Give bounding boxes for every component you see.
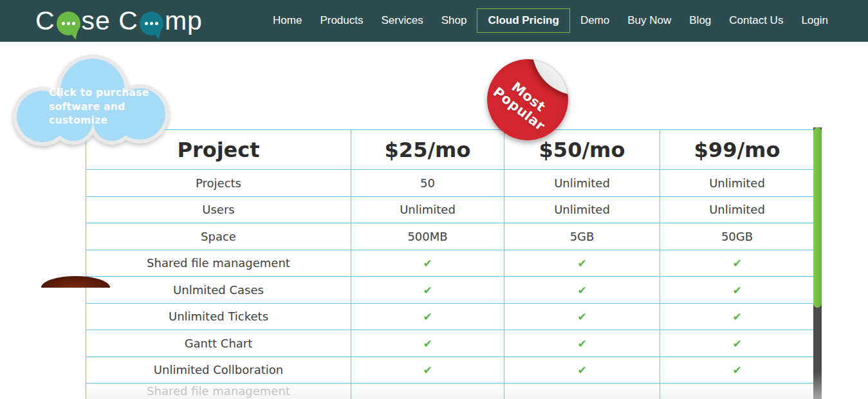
check-icon: ✔ (577, 257, 586, 270)
value-cell: Unlimited (660, 170, 815, 197)
check-icon: ✔ (732, 257, 741, 270)
nav-menu: Home Products Services Shop Cloud Pricin… (265, 8, 836, 33)
value-cell: 500MB (351, 223, 504, 250)
nav-item-home[interactable]: Home (265, 9, 309, 32)
table-scrollbar-thumb[interactable] (813, 127, 822, 308)
speech-bubble-icon (140, 12, 163, 35)
cloud-line-3: customize (49, 114, 149, 128)
table-row-space: Space 500MB 5GB 50GB (86, 223, 815, 250)
header-plan-25: $25/mo (351, 130, 504, 170)
value-cell: ✔ (504, 277, 660, 304)
check-icon: ✔ (423, 364, 432, 376)
check-icon: ✔ (577, 310, 586, 323)
nav-item-contact-us[interactable]: Contact Us (721, 9, 791, 32)
nav-item-buy-now[interactable]: Buy Now (620, 9, 679, 32)
nav-item-shop[interactable]: Shop (434, 9, 475, 32)
value-cell: ✔ (504, 303, 660, 330)
value-cell: ✔ (351, 303, 504, 330)
table-row-gantt-chart: Gantt Chart ✔ ✔ ✔ (86, 330, 815, 357)
feature-cell: Users (86, 196, 351, 223)
value-cell (660, 384, 815, 399)
nav-item-login[interactable]: Login (793, 9, 836, 32)
feature-cell: Shared file management (86, 250, 351, 277)
value-cell: ✔ (351, 277, 504, 304)
purchase-cloud-callout[interactable]: Click to purchase software and customize (9, 54, 171, 143)
feature-cell: Gantt Chart (86, 330, 351, 357)
feature-cell: Unlimited Tickets (86, 303, 351, 330)
table-row-projects: Projects 50 Unlimited Unlimited (86, 170, 815, 197)
cloud-line-2: software and (49, 100, 149, 115)
value-cell: ✔ (660, 330, 815, 357)
value-cell: ✔ (504, 330, 660, 357)
table-row-unlimited-collaboration: Unlimited Collboration ✔ ✔ ✔ (86, 357, 815, 384)
value-cell (504, 384, 660, 399)
pricing-table: Project $25/mo $50/mo $99/mo Projects 50… (86, 129, 815, 399)
value-cell: 50 (351, 170, 504, 197)
table-row-users: Users Unlimited Unlimited Unlimited (86, 196, 815, 223)
value-cell (351, 384, 504, 399)
nav-item-services[interactable]: Services (373, 9, 430, 32)
navbar: C se C mp Home Products Services Shop Cl… (0, 0, 868, 42)
logo-text-2: se C (82, 6, 138, 36)
check-icon: ✔ (577, 364, 586, 376)
most-popular-badge: Most Popular (487, 59, 568, 140)
sticker-circle: Most Popular (487, 59, 568, 140)
check-icon: ✔ (423, 257, 432, 270)
check-icon: ✔ (423, 337, 432, 350)
cloud-callout-text: Click to purchase software and customize (49, 86, 149, 128)
cloud-line-1: Click to purchase (49, 86, 149, 100)
check-icon: ✔ (732, 364, 741, 376)
logo-text-1: C (35, 6, 55, 36)
table-row-unlimited-cases: Unlmited Cases ✔ ✔ ✔ (86, 277, 815, 304)
check-icon: ✔ (577, 284, 586, 297)
feature-cell: Unlimited Collboration (86, 357, 351, 384)
speech-bubble-icon (57, 12, 80, 35)
check-icon: ✔ (732, 310, 741, 323)
value-cell: ✔ (660, 250, 815, 277)
check-icon: ✔ (732, 337, 741, 350)
value-cell: ✔ (351, 357, 504, 384)
nav-item-blog[interactable]: Blog (681, 9, 719, 32)
value-cell: Unlimited (504, 196, 660, 223)
value-cell: ✔ (351, 330, 504, 357)
nav-item-demo[interactable]: Demo (573, 9, 617, 32)
logo-text-3: mp (165, 6, 203, 36)
feature-cell: Space (86, 223, 351, 250)
value-cell: Unlimited (660, 196, 815, 223)
table-row-unlimited-tickets: Unlimited Tickets ✔ ✔ ✔ (86, 303, 815, 330)
table-row-shared-file-management: Shared file management ✔ ✔ ✔ (86, 250, 815, 277)
value-cell: ✔ (504, 357, 660, 384)
value-cell: ✔ (660, 303, 815, 330)
value-cell: ✔ (660, 357, 815, 384)
value-cell: ✔ (351, 250, 504, 277)
value-cell: 5GB (504, 223, 660, 250)
logo[interactable]: C se C mp (35, 6, 203, 36)
table-header-row: Project $25/mo $50/mo $99/mo (86, 130, 815, 170)
check-icon: ✔ (732, 284, 741, 297)
table-row-partial: Shared file management (86, 384, 815, 399)
feature-cell: Projects (86, 170, 351, 197)
nav-item-cloud-pricing[interactable]: Cloud Pricing (477, 8, 570, 33)
table-scrollbar-track[interactable] (813, 127, 822, 399)
nav-item-products[interactable]: Products (312, 9, 371, 32)
value-cell: Unlimited (504, 170, 660, 197)
value-cell: ✔ (504, 250, 660, 277)
check-icon: ✔ (423, 310, 432, 323)
value-cell: 50GB (660, 223, 815, 250)
value-cell: ✔ (660, 277, 815, 304)
check-icon: ✔ (423, 284, 432, 297)
feature-cell: Unlmited Cases (86, 277, 351, 304)
value-cell: Unlimited (351, 196, 504, 223)
header-plan-99: $99/mo (660, 130, 815, 170)
feature-cell: Shared file management (86, 384, 351, 399)
check-icon: ✔ (577, 337, 586, 350)
